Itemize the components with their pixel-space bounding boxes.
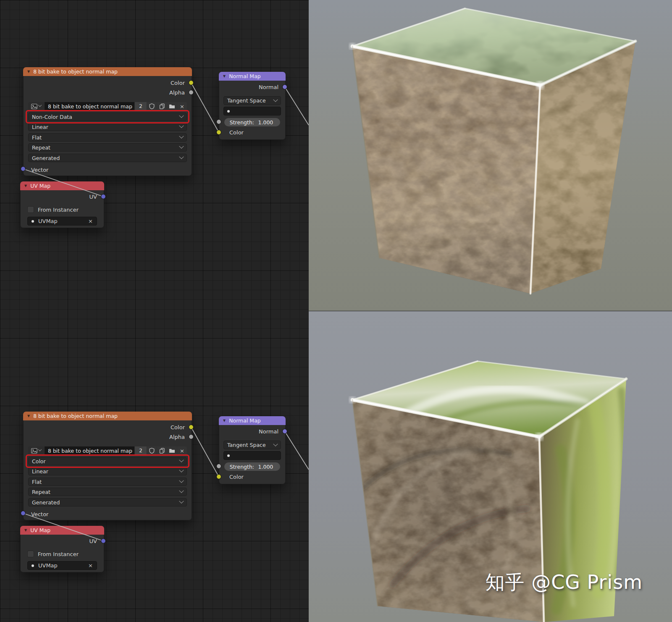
fake-user-button[interactable] <box>147 102 157 110</box>
dot-icon <box>227 454 230 457</box>
chevron-down-icon <box>179 478 184 483</box>
interpolation-dropdown[interactable]: Linear <box>28 467 187 475</box>
open-image-button[interactable] <box>167 446 177 455</box>
input-color-label: Color <box>229 473 244 481</box>
extension-value: Repeat <box>32 489 50 495</box>
from-instancer-row: From Instancer <box>27 551 79 557</box>
new-image-button[interactable] <box>157 102 167 110</box>
output-alpha-label: Alpha <box>169 433 185 441</box>
projection-dropdown[interactable]: Flat <box>28 133 187 142</box>
open-image-button[interactable] <box>167 102 177 110</box>
normal-map-header[interactable]: ▼ Normal Map <box>219 72 286 81</box>
normal-map-header[interactable]: ▼ Normal Map <box>219 416 286 425</box>
image-node-header[interactable]: ▼ 8 bit bake to object normal map <box>23 67 192 76</box>
image-name-field[interactable]: 8 bit bake to object normal map <box>45 446 134 455</box>
collapse-icon[interactable]: ▼ <box>223 419 226 423</box>
image-icon <box>31 104 37 109</box>
link-color-to-color[interactable] <box>191 83 219 132</box>
link-normal-out[interactable] <box>285 87 309 125</box>
collapse-icon[interactable]: ▼ <box>223 75 226 78</box>
uv-map-node[interactable]: ▼ UV Map UV From Instancer UVMap × <box>20 181 104 228</box>
uv-name-value: UVMap <box>38 562 58 569</box>
unlink-image-button[interactable]: × <box>177 446 187 455</box>
source-dropdown[interactable]: Generated <box>28 154 187 162</box>
uv-name-field[interactable]: UVMap × <box>27 217 97 226</box>
link-color-to-color[interactable] <box>191 427 219 477</box>
source-value: Generated <box>32 499 60 506</box>
chevron-down-icon <box>179 468 184 472</box>
image-users-button[interactable]: 2 <box>135 102 147 110</box>
image-name-field[interactable]: 8 bit bake to object normal map <box>45 102 134 110</box>
uv-map-node[interactable]: ▼ UV Map UV From Instancer UVMap × <box>20 526 104 572</box>
uv-map-header[interactable]: ▼ UV Map <box>20 181 104 190</box>
shield-icon <box>149 103 155 109</box>
strength-label: Strength: <box>228 464 255 470</box>
space-value: Tangent Space <box>227 97 266 104</box>
interpolation-dropdown[interactable]: Linear <box>28 123 187 131</box>
image-users-button[interactable]: 2 <box>135 446 147 455</box>
collapse-icon[interactable]: ▼ <box>24 184 27 188</box>
node-title: Normal Map <box>229 73 261 79</box>
collapse-icon[interactable]: ▼ <box>27 415 30 418</box>
input-vector-label: Vector <box>31 510 48 519</box>
node-title: UV Map <box>30 183 50 189</box>
extension-value: Repeat <box>32 144 50 151</box>
from-instancer-checkbox[interactable] <box>27 551 34 557</box>
collapse-icon[interactable]: ▼ <box>27 70 30 73</box>
interpolation-value: Linear <box>32 124 48 130</box>
strength-value: 1.000 <box>255 119 276 126</box>
clear-uv-icon[interactable]: × <box>88 218 93 224</box>
strength-input[interactable]: Strength: 1.000 <box>224 118 280 126</box>
strength-label: Strength: <box>228 119 255 126</box>
clear-uv-icon[interactable]: × <box>88 562 93 569</box>
extension-dropdown[interactable]: Repeat <box>28 488 187 496</box>
image-selector-row: 8 bit bake to object normal map 2 <box>28 446 187 455</box>
image-node-header[interactable]: ▼ 8 bit bake to object normal map <box>23 412 192 420</box>
image-texture-node[interactable]: ▼ 8 bit bake to object normal map Color … <box>23 67 192 176</box>
space-dropdown[interactable]: Tangent Space <box>223 96 281 105</box>
render-noncolor-cube-image <box>309 0 672 311</box>
image-texture-node[interactable]: ▼ 8 bit bake to object normal map Color … <box>23 412 192 520</box>
extension-dropdown[interactable]: Repeat <box>28 143 187 152</box>
output-uv-label: UV <box>89 193 97 201</box>
node-title: 8 bit bake to object normal map <box>33 68 118 75</box>
folder-icon <box>169 104 175 109</box>
from-instancer-checkbox[interactable] <box>27 206 34 213</box>
uv-map-select-field[interactable] <box>223 107 281 115</box>
chevron-down-icon <box>179 488 184 493</box>
normal-map-node[interactable]: ▼ Normal Map Normal Tangent Space Streng… <box>219 72 286 140</box>
link-normal-out[interactable] <box>285 431 309 470</box>
screenshot-root: ▼ 8 bit bake to object normal map Color … <box>0 0 672 622</box>
from-instancer-label: From Instancer <box>38 207 79 213</box>
folder-icon <box>169 448 175 453</box>
projection-value: Flat <box>32 479 42 485</box>
render-noncolor-result <box>309 0 672 311</box>
node-editor[interactable]: ▼ 8 bit bake to object normal map Color … <box>0 0 309 622</box>
node-title: 8 bit bake to object normal map <box>33 413 118 419</box>
new-image-button[interactable] <box>157 446 167 455</box>
node-title: UV Map <box>30 527 50 533</box>
unlink-image-button[interactable]: × <box>177 102 187 110</box>
fake-user-button[interactable] <box>147 446 157 455</box>
source-value: Generated <box>32 155 60 161</box>
image-browse-button[interactable] <box>28 446 44 455</box>
uv-map-select-field[interactable] <box>223 451 281 460</box>
strength-input[interactable]: Strength: 1.000 <box>224 462 280 471</box>
copy-icon <box>159 448 165 454</box>
chevron-down-icon <box>179 144 184 149</box>
uv-name-field[interactable]: UVMap × <box>27 561 97 570</box>
space-dropdown[interactable]: Tangent Space <box>223 441 281 449</box>
input-color-label: Color <box>229 129 244 137</box>
normal-map-node[interactable]: ▼ Normal Map Normal Tangent Space Streng… <box>219 416 286 484</box>
projection-dropdown[interactable]: Flat <box>28 478 187 486</box>
image-browse-button[interactable] <box>28 102 44 110</box>
collapse-icon[interactable]: ▼ <box>24 529 27 532</box>
source-dropdown[interactable]: Generated <box>28 498 187 507</box>
from-instancer-label: From Instancer <box>38 551 79 557</box>
output-alpha-label: Alpha <box>169 89 185 97</box>
shield-icon <box>149 448 155 454</box>
uv-map-header[interactable]: ▼ UV Map <box>20 526 104 535</box>
output-color-label: Color <box>171 79 185 87</box>
output-color-label: Color <box>171 423 185 432</box>
uv-name-value: UVMap <box>38 218 58 224</box>
